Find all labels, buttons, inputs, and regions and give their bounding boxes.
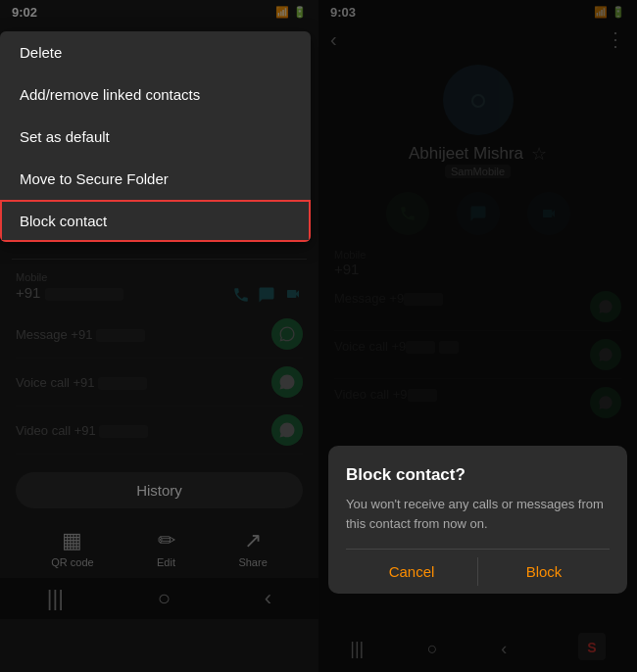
left-panel: 9:02 📶 🔋 ‹ Ab +91 (0, 0, 318, 672)
menu-delete[interactable]: Delete (0, 31, 311, 73)
right-panel: 9:03 📶 🔋 ‹ ⋮ Abhijeet Mishra ☆ SamMobile (318, 0, 637, 672)
block-dialog-title: Block contact? (346, 465, 610, 485)
cancel-button[interactable]: Cancel (346, 550, 477, 594)
menu-block-contact[interactable]: Block contact (0, 200, 311, 242)
context-menu: Delete Add/remove linked contacts Set as… (0, 31, 311, 242)
menu-set-default[interactable]: Set as default (0, 116, 311, 158)
block-dialog-actions: Cancel Block (346, 549, 610, 594)
block-dialog-message: You won't receive any calls or messages … (346, 495, 610, 533)
block-button[interactable]: Block (478, 550, 610, 594)
menu-add-remove[interactable]: Add/remove linked contacts (0, 73, 311, 116)
block-dialog: Block contact? You won't receive any cal… (328, 446, 627, 594)
menu-move-secure[interactable]: Move to Secure Folder (0, 158, 311, 200)
